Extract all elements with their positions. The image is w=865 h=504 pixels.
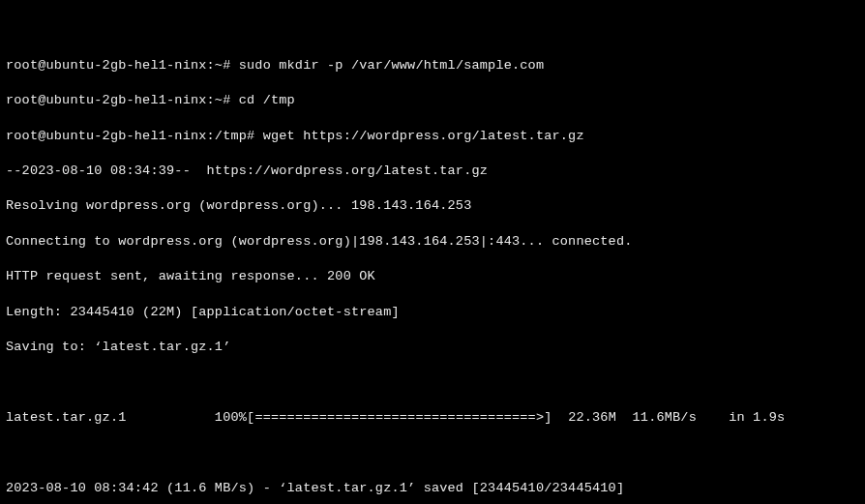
cmd-wget: wget https://wordpress.org/latest.tar.gz [263, 129, 584, 143]
cmd-mkdir: sudo mkdir -p /var/www/html/sample.com [239, 58, 544, 73]
wget-progress: latest.tar.gz.1 100%[===================… [6, 409, 859, 427]
progress-file: latest.tar.gz.1 [6, 410, 127, 425]
progress-bar: [===================================>] [247, 410, 552, 425]
wget-saving-to: Saving to: ‘latest.tar.gz.1’ [6, 339, 859, 356]
wget-length: Length: 23445410 (22M) [application/octe… [6, 304, 859, 321]
terminal-line: root@ubuntu-2gb-hel1-ninx:~# sudo mkdir … [6, 57, 859, 74]
blank-line [6, 374, 859, 392]
progress-rate: 11.6MB/s [633, 410, 697, 425]
terminal-line: root@ubuntu-2gb-hel1-ninx:~# cd /tmp [6, 92, 859, 109]
shell-prompt: root@ubuntu-2gb-hel1-ninx:/tmp# [6, 129, 254, 143]
wget-connect: Connecting to wordpress.org (wordpress.o… [6, 233, 859, 251]
cmd-cd: cd /tmp [239, 93, 295, 107]
progress-size: 22.36M [568, 410, 616, 425]
wget-http-status: HTTP request sent, awaiting response... … [6, 268, 859, 285]
progress-pct: 100% [215, 410, 247, 425]
shell-prompt: root@ubuntu-2gb-hel1-ninx:~# [6, 93, 230, 107]
terminal-line: root@ubuntu-2gb-hel1-ninx:/tmp# wget htt… [6, 128, 859, 145]
wget-start: --2023-08-10 08:34:39-- https://wordpres… [6, 163, 859, 180]
progress-time: in 1.9s [729, 410, 785, 425]
shell-prompt: root@ubuntu-2gb-hel1-ninx:~# [6, 58, 230, 73]
wget-done: 2023-08-10 08:34:42 (11.6 MB/s) - ‘lates… [6, 480, 859, 497]
wget-resolve: Resolving wordpress.org (wordpress.org).… [6, 197, 859, 215]
blank-line [6, 444, 859, 461]
